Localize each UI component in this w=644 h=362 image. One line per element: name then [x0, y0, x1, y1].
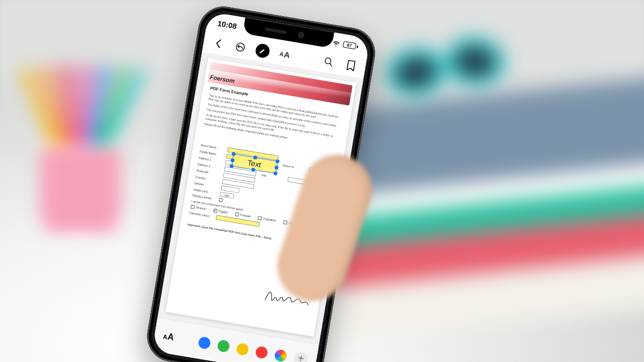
checkbox-driving[interactable]: [218, 198, 223, 202]
color-red[interactable]: [255, 345, 268, 359]
field-height[interactable]: 150: [219, 191, 234, 198]
add-tool-button[interactable]: +: [293, 351, 309, 362]
handle-icon[interactable]: [230, 158, 235, 162]
color-picker-button[interactable]: [274, 349, 287, 362]
svg-point-1: [325, 57, 331, 64]
sunglasses: [386, 38, 521, 113]
back-button[interactable]: [210, 35, 226, 51]
brand-name: Foersom: [209, 73, 235, 85]
search-button[interactable]: [321, 54, 337, 70]
undo-button[interactable]: [232, 39, 248, 55]
color-green[interactable]: [217, 339, 230, 352]
color-yellow[interactable]: [236, 342, 249, 356]
handle-icon[interactable]: [229, 164, 233, 168]
handle-icon[interactable]: [274, 165, 279, 169]
status-time: 10:08: [217, 19, 237, 31]
bookmark-button[interactable]: [343, 57, 359, 73]
photo-background: 10:08 87: [0, 0, 644, 362]
text-tool-button[interactable]: AA: [163, 331, 175, 342]
label-fav: Favourite colour:: [189, 211, 215, 219]
svg-point-0: [236, 42, 245, 51]
checkbox-en[interactable]: [213, 209, 217, 213]
battery-icon: 87: [342, 41, 358, 49]
pen-tool-button[interactable]: [254, 42, 270, 58]
checkbox-es[interactable]: [258, 216, 262, 220]
checkbox-la[interactable]: [283, 220, 288, 224]
text-style-button[interactable]: AA: [277, 46, 293, 62]
handle-icon[interactable]: [275, 159, 280, 164]
color-blue[interactable]: [197, 336, 211, 349]
marker-cup: [30, 64, 137, 236]
handle-icon[interactable]: [273, 171, 277, 175]
checkbox-fr[interactable]: [235, 212, 239, 216]
wifi-icon: [332, 39, 341, 47]
checkbox-de[interactable]: [191, 204, 195, 209]
